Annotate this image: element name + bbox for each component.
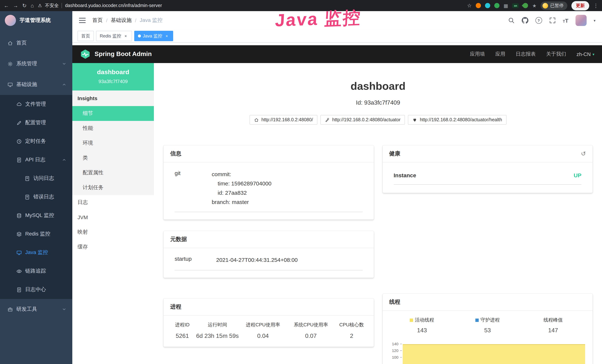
security-label[interactable]: 不安全 (45, 2, 59, 9)
layers-icon (16, 231, 22, 237)
sidebar-item-redis-monitor[interactable]: Redis 监控 (0, 225, 72, 243)
legend-live-threads: 活动线程 (389, 317, 455, 324)
app-logo-row[interactable]: 芋道管理系统 (0, 11, 72, 30)
profile-sync-paused-chip[interactable]: 已暂停 (541, 1, 567, 10)
avatar-caret-icon[interactable]: ▾ (594, 18, 595, 22)
sidebar-item-mysql-monitor[interactable]: MySQL 监控 (0, 206, 72, 225)
sidebar-item-file-management[interactable]: 文件管理 (0, 95, 72, 114)
instance-links: http://192.168.0.2:48080/ http://192.168… (163, 115, 592, 125)
sba-main: dashboard Id: 93a3fc7f7409 http://192.16… (154, 63, 602, 364)
sidebar-item-label: MySQL 监控 (25, 212, 54, 219)
browser-update-button[interactable]: 更新 (571, 1, 589, 10)
sidebar-item-label: 系统管理 (16, 60, 37, 67)
history-icon[interactable]: ↺ (581, 150, 586, 157)
extension-leaf-icon[interactable] (522, 2, 529, 9)
paused-label: 已暂停 (550, 2, 564, 9)
threads-card-title: 线程 (389, 299, 400, 306)
extension-icon-1[interactable] (476, 3, 481, 8)
sba-nav-applications[interactable]: 应用 (495, 51, 505, 57)
process-card-title: 进程 (170, 303, 181, 310)
extension-on-badge[interactable]: on (512, 3, 519, 8)
legend-value: 53 (455, 327, 520, 334)
health-url-link[interactable]: http://192.168.0.2:48080/actuator/health (408, 115, 506, 125)
sidebar-item-home[interactable]: 首页 (0, 33, 72, 54)
sidebar-item-tracing[interactable]: 链路追踪 (0, 262, 72, 280)
extension-icon-3[interactable] (494, 3, 499, 8)
heart-icon (412, 118, 417, 122)
fullscreen-icon[interactable] (549, 17, 556, 24)
browser-home-icon[interactable]: ⌂ (31, 3, 34, 8)
sba-item-details[interactable]: 细节 (72, 106, 154, 121)
sba-item-config-props[interactable]: 配置属性 (72, 165, 154, 180)
legend-daemon-threads: 守护进程 (455, 317, 520, 324)
sba-item-jvm[interactable]: JVM (72, 210, 154, 225)
sidebar-item-scheduled-tasks[interactable]: 定时任务 (0, 132, 72, 150)
sidebar-item-dev-tools[interactable]: 研发工具 (0, 299, 72, 320)
app-sidebar: 芋道管理系统 首页 系统管理 基础设施 (0, 11, 72, 364)
sba-nav: 应用墙 应用 日志报表 关于我们 zh-CN ▾ (470, 51, 594, 57)
actuator-url-link[interactable]: http://192.168.0.2:48080/actuator (320, 115, 405, 125)
sba-item-caches[interactable]: 缓存 (72, 240, 154, 254)
breadcrumb-home[interactable]: 首页 (92, 17, 103, 24)
tag-label: Java 监控 (143, 33, 162, 39)
process-table: 进程ID 运行时间 进程CPU使用率 系统CPU使用率 CPU核心数 5261 … (169, 321, 368, 339)
browser-menu-icon[interactable]: ⋮ (593, 3, 599, 8)
tag-close-icon[interactable]: × (164, 33, 169, 39)
sba-nav-wallboard[interactable]: 应用墙 (470, 51, 485, 57)
sidebar-item-config-management[interactable]: 配置管理 (0, 114, 72, 132)
forward-icon[interactable]: → (13, 3, 18, 8)
chart-y-axis: 140 120 100 (389, 341, 402, 364)
sba-item-metrics[interactable]: 性能 (72, 121, 154, 136)
tag-close-icon[interactable]: × (123, 33, 128, 39)
extension-icon-2[interactable] (485, 3, 490, 8)
sidebar-item-infra[interactable]: 基础设施 (0, 74, 72, 95)
sba-item-classes[interactable]: 类 (72, 150, 154, 165)
tag-redis-monitor[interactable]: Redis 监控 × (96, 31, 132, 41)
document-icon (16, 287, 22, 292)
sba-nav-journal[interactable]: 日志报表 (516, 51, 536, 57)
help-icon[interactable]: ? (535, 17, 542, 24)
extension-grid-icon[interactable]: ▦ (504, 3, 508, 8)
sba-item-logs[interactable]: 日志 (72, 195, 154, 210)
process-value: 6d 23h 15m 59s (196, 333, 239, 339)
sidebar-item-access-logs[interactable]: 访问日志 (0, 169, 72, 188)
breadcrumb-separator: / (106, 17, 108, 23)
service-url-link[interactable]: http://192.168.0.2:48080/ (249, 115, 317, 125)
process-value: 0.07 (287, 333, 335, 339)
sba-brand[interactable]: Spring Boot Admin (95, 50, 152, 58)
process-value: 0.04 (239, 333, 287, 339)
process-col-header: 进程CPU使用率 (239, 321, 287, 328)
chart-plot-area (402, 341, 586, 364)
health-instance-row[interactable]: Instance UP (394, 172, 581, 185)
chevron-down-icon (62, 62, 66, 66)
sidebar-item-label: 首页 (16, 40, 27, 46)
sidebar-item-error-logs[interactable]: 错误日志 (0, 188, 72, 206)
tag-home[interactable]: 首页 (77, 31, 94, 41)
sidebar-item-label: 基础设施 (16, 81, 37, 88)
legend-peak-threads: 线程峰值 (520, 317, 586, 324)
hamburger-menu-icon[interactable] (79, 18, 86, 23)
sba-item-environment[interactable]: 环境 (72, 136, 154, 150)
reload-icon[interactable]: ↻ (22, 3, 27, 8)
threads-chart: 140 120 100 (389, 341, 586, 364)
github-icon[interactable] (522, 17, 528, 24)
search-icon[interactable] (508, 17, 515, 24)
tag-java-monitor[interactable]: Java 监控 × (134, 31, 173, 41)
bookmark-star-icon[interactable]: ☆ (467, 3, 472, 8)
sidebar-item-system[interactable]: 系统管理 (0, 54, 72, 74)
sba-nav-about[interactable]: 关于我们 (546, 51, 566, 57)
font-size-icon[interactable]: TT (563, 17, 569, 23)
sba-item-mappings[interactable]: 映射 (72, 225, 154, 240)
sidebar-item-log-center[interactable]: 日志中心 (0, 280, 72, 299)
sidebar-item-java-monitor[interactable]: Java 监控 (0, 243, 72, 262)
sidebar-item-api-logs[interactable]: API 日志 (0, 150, 72, 169)
sba-instance-card[interactable]: dashboard 93a3fc7f7409 (72, 63, 154, 90)
breadcrumb-infra[interactable]: 基础设施 (111, 17, 132, 24)
user-avatar[interactable] (575, 15, 587, 26)
extension-star-icon[interactable]: ★ (532, 3, 537, 8)
locale-selector[interactable]: zh-CN ▾ (576, 51, 594, 57)
sba-item-scheduled[interactable]: 计划任务 (72, 180, 154, 195)
cloud-icon (16, 101, 22, 107)
address-bar[interactable]: ⚠ 不安全 dashboard.yudao.iocoder.cn/infra/a… (38, 2, 463, 9)
back-icon[interactable]: ← (4, 3, 9, 8)
